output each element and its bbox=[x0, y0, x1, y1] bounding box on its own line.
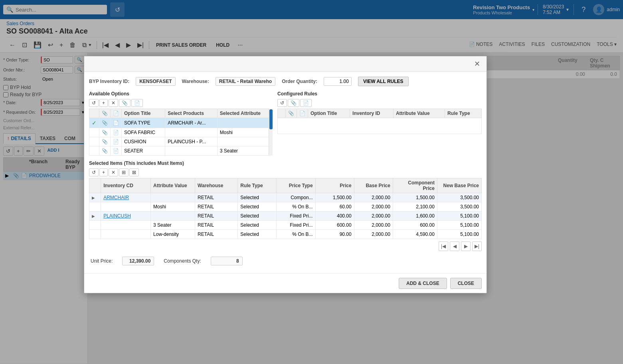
items-delete-btn[interactable]: ✕ bbox=[109, 168, 118, 176]
item-rule-2: Selected bbox=[238, 202, 277, 212]
rules-toolbar-btn-1[interactable]: ↺ bbox=[277, 99, 287, 107]
options-table: 📎 📄 Option Title Select Products Selecte… bbox=[89, 109, 273, 156]
byp-info-row: BYP Inventory ID: KENSOFASET Warehouse: … bbox=[89, 77, 482, 86]
components-qty-label: Components Qty: bbox=[164, 258, 201, 264]
item-wh-4: RETAIL bbox=[195, 221, 238, 230]
rules-empty-cell bbox=[278, 118, 482, 134]
item-expand-3[interactable]: ▶ bbox=[89, 212, 101, 221]
opt-col-attach: 📎 bbox=[99, 109, 111, 118]
rules-empty-row bbox=[278, 118, 482, 134]
item-comp-4: 600.00 bbox=[393, 221, 437, 230]
items-add-btn[interactable]: + bbox=[99, 168, 108, 176]
unit-price-value: 12,390.00 bbox=[122, 257, 154, 265]
item-base-5: 2,000.00 bbox=[354, 230, 393, 239]
two-panel: Available Options ↺ + ✕ 📎 📄 📎 📄 bbox=[89, 91, 482, 156]
item-attr-3 bbox=[151, 212, 195, 221]
byp-id-label: BYP Inventory ID: bbox=[89, 79, 129, 84]
item-base-4: 2,000.00 bbox=[354, 221, 393, 230]
opt-col-doc: 📄 bbox=[111, 109, 122, 118]
add-close-button[interactable]: ADD & CLOSE bbox=[399, 278, 447, 289]
modal-header: ✕ bbox=[84, 56, 487, 72]
item-new-5: 5,100.00 bbox=[437, 230, 481, 239]
expand-plaincush-btn[interactable]: ▶ bbox=[92, 214, 95, 218]
item-row-armchair[interactable]: ▶ ARMCHAIR RETAIL Selected Compon... 1,5… bbox=[89, 193, 482, 202]
item-ptype-1: Compon... bbox=[277, 193, 315, 202]
item-wh-3: RETAIL bbox=[195, 212, 238, 221]
item-base-1: 2,000.00 bbox=[354, 193, 393, 202]
armchair-link[interactable]: ARMCHAIR bbox=[103, 195, 129, 200]
page-first-btn[interactable]: |◀ bbox=[439, 241, 448, 251]
item-comp-2: 2,100.00 bbox=[393, 202, 437, 212]
rule-col-rule-type: Rule Type bbox=[445, 109, 482, 118]
opt-doc-4: 📄 bbox=[111, 146, 122, 156]
opt-check-1: ✓ bbox=[89, 118, 99, 128]
expand-armchair-btn[interactable]: ▶ bbox=[92, 196, 95, 200]
opt-product-1: ARMCHAIR - Ar... bbox=[165, 118, 218, 128]
opt-col-attr: Selected Attribute bbox=[217, 109, 272, 118]
items-col-new-base: New Base Price bbox=[437, 178, 481, 193]
options-add-btn[interactable]: + bbox=[99, 99, 108, 107]
opt-title-3: CUSHION bbox=[122, 137, 165, 146]
opt-attr-2: Moshi bbox=[217, 128, 272, 137]
items-col-base-price: Base Price bbox=[354, 178, 393, 193]
item-new-3: 5,100.00 bbox=[437, 212, 481, 221]
item-row-moshi[interactable]: Moshi RETAIL Selected % On B... 60.00 2,… bbox=[89, 202, 482, 212]
unit-price-label: Unit Price: bbox=[91, 258, 113, 264]
item-expand-4 bbox=[89, 221, 101, 230]
opt-col-products: Select Products bbox=[165, 109, 218, 118]
items-refresh-btn[interactable]: ↺ bbox=[89, 168, 99, 176]
item-row-low-density[interactable]: Low-density RETAIL Selected % On B... 90… bbox=[89, 230, 482, 239]
page-last-btn[interactable]: ▶| bbox=[472, 241, 482, 251]
modal-body: BYP Inventory ID: KENSOFASET Warehouse: … bbox=[84, 72, 487, 273]
option-row-seater[interactable]: 📎 📄 SEATER 3 Seater bbox=[89, 146, 273, 156]
items-col-expand bbox=[89, 178, 101, 193]
rules-toolbar-btn-3[interactable]: 📄 bbox=[300, 99, 312, 107]
view-all-rules-button[interactable]: VIEW ALL RULES bbox=[358, 77, 409, 86]
item-row-plaincush[interactable]: ▶ PLAINCUSH RETAIL Selected Fixed Pri...… bbox=[89, 212, 482, 221]
order-qty-input[interactable] bbox=[324, 77, 352, 86]
components-qty-value: 8 bbox=[211, 257, 243, 265]
items-table: Inventory CD Attribute Value Warehouse R… bbox=[89, 178, 482, 239]
configured-rules-panel: Configured Rules ↺ 📎 📄 📎 📄 Option Title … bbox=[277, 91, 482, 156]
opt-check-2 bbox=[89, 128, 99, 137]
items-clear-btn[interactable]: ⊠ bbox=[129, 168, 139, 176]
opt-title-4: SEATER bbox=[122, 146, 165, 156]
order-qty-label: Order Quantity: bbox=[282, 79, 317, 84]
item-wh-2: RETAIL bbox=[195, 202, 238, 212]
option-row-cushion[interactable]: 📎 📄 CUSHION PLAINCUSH - P... bbox=[89, 137, 273, 146]
item-attr-1 bbox=[151, 193, 195, 202]
options-scrollbar-thumb[interactable] bbox=[269, 109, 273, 129]
item-price-2: 60.00 bbox=[315, 202, 354, 212]
opt-attr-1 bbox=[217, 118, 272, 128]
page-prev-btn[interactable]: ◀ bbox=[450, 241, 459, 251]
opt-title-2: SOFA FABRIC bbox=[122, 128, 165, 137]
item-wh-5: RETAIL bbox=[195, 230, 238, 239]
unit-price-row: Unit Price: 12,390.00 Components Qty: 8 bbox=[89, 253, 482, 269]
rules-toolbar-btn-2[interactable]: 📎 bbox=[288, 99, 299, 107]
item-base-2: 2,000.00 bbox=[354, 202, 393, 212]
options-attach-btn[interactable]: 📎 bbox=[119, 99, 131, 107]
options-doc-btn[interactable]: 📄 bbox=[131, 99, 143, 107]
item-price-3: 400.00 bbox=[315, 212, 354, 221]
option-row-sofa-fabric[interactable]: 📎 📄 SOFA FABRIC Moshi bbox=[89, 128, 273, 137]
warehouse-label: Warehouse: bbox=[182, 79, 209, 84]
options-refresh-btn[interactable]: ↺ bbox=[89, 99, 99, 107]
item-expand-1[interactable]: ▶ bbox=[89, 193, 101, 202]
option-row-sofa-type[interactable]: ✓ 📎 📄 SOFA TYPE ARMCHAIR - Ar... bbox=[89, 118, 273, 128]
plaincush-link[interactable]: PLAINCUSH bbox=[103, 213, 131, 219]
configured-rules-title: Configured Rules bbox=[277, 91, 482, 97]
modal-footer: ADD & CLOSE CLOSE bbox=[84, 273, 487, 293]
opt-attach-3: 📎 bbox=[99, 137, 111, 146]
options-delete-btn[interactable]: ✕ bbox=[109, 99, 118, 107]
item-inv-1: ARMCHAIR bbox=[101, 193, 151, 202]
item-row-3seater[interactable]: 3 Seater RETAIL Selected Fixed Pri... 60… bbox=[89, 221, 482, 230]
items-layout-btn[interactable]: ⊞ bbox=[119, 168, 129, 176]
page-next-btn[interactable]: ▶ bbox=[461, 241, 471, 251]
item-inv-2 bbox=[101, 202, 151, 212]
item-rule-4: Selected bbox=[238, 221, 277, 230]
item-expand-2 bbox=[89, 202, 101, 212]
items-col-warehouse: Warehouse bbox=[195, 178, 238, 193]
modal-close-button[interactable]: ✕ bbox=[473, 59, 482, 68]
close-button[interactable]: CLOSE bbox=[450, 278, 482, 289]
opt-col-title: Option Title bbox=[122, 109, 165, 118]
